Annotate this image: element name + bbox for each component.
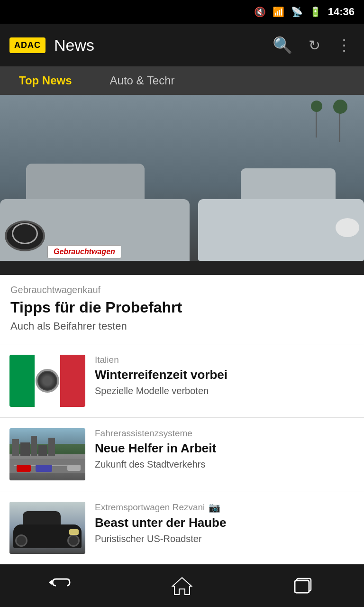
news-content-3: Extremsportwagen Rezvani 📷 Beast unter d… [95,502,355,544]
news-subtitle-2: Zukunft des Stadtverkehrs [95,459,355,470]
more-options-icon[interactable]: ⋮ [333,32,355,58]
camera-icon: 📷 [209,502,220,513]
bottom-nav [0,564,364,607]
status-bar: 🔇 📶 📡 🔋 14:36 [0,0,364,24]
back-button[interactable] [32,571,89,600]
news-category-3: Extremsportwagen Rezvani 📷 [95,502,355,513]
hero-text: Gebrauchtwagenkauf Tipps für die Probefa… [0,275,364,344]
svg-marker-2 [49,580,53,582]
news-category-1: Italien [95,355,355,365]
svg-marker-3 [49,582,53,585]
signal-icon: 📡 [291,6,303,18]
news-category-2: Fahrerassistenzsysteme [95,428,355,439]
tab-auto-tech[interactable]: Auto & Techr [91,66,194,95]
news-content-1: Italien Winterreifenzeit vorbei Speziell… [95,355,355,396]
home-button[interactable] [154,571,210,600]
mute-icon: 🔇 [254,6,266,18]
svg-marker-4 [173,578,191,595]
refresh-icon[interactable]: ↻ [305,33,324,57]
news-content-2: Fahrerassistenzsysteme Neue Helfer in Ar… [95,428,355,469]
wifi-icon: 📶 [273,6,284,18]
news-item-2[interactable]: Fahrerassistenzsysteme Neue Helfer in Ar… [0,418,364,491]
news-thumb-3 [9,502,85,554]
news-title-3: Beast unter der Haube [95,515,355,530]
tab-bar: Top News Auto & Techr [0,66,364,95]
hero-category: Gebrauchtwagenkauf [10,285,354,295]
news-subtitle-3: Puristischer US-Roadster [95,533,355,544]
hero-image: Gebrauchtwagen [0,95,364,275]
hero-article[interactable]: Gebrauchtwagen Gebrauchtwagenkauf Tipps … [0,95,364,344]
content-area: Gebrauchtwagen Gebrauchtwagenkauf Tipps … [0,95,364,607]
hero-subtitle: Auch als Beifahrer testen [10,320,354,332]
recent-apps-button[interactable] [275,571,332,600]
svg-rect-6 [295,580,309,593]
battery-icon: 🔋 [309,6,321,18]
news-item-1[interactable]: Italien Winterreifenzeit vorbei Speziell… [0,344,364,418]
news-thumb-1 [9,355,85,407]
tab-top-news[interactable]: Top News [0,66,91,95]
adac-logo: ADAC [9,37,46,53]
news-item-3[interactable]: Extremsportwagen Rezvani 📷 Beast unter d… [0,491,364,565]
news-title-1: Winterreifenzeit vorbei [95,368,355,382]
app-bar: ADAC News 🔍 ↻ ⋮ [0,24,364,66]
status-time: 14:36 [328,6,355,18]
app-title: News [54,36,260,55]
hero-title: Tipps für die Probefahrt [10,298,354,316]
license-plate: Gebrauchtwagen [47,245,121,258]
search-icon[interactable]: 🔍 [269,32,296,58]
news-subtitle-1: Spezielle Modelle verboten [95,386,355,396]
news-title-2: Neue Helfer in Arbeit [95,441,355,456]
news-thumb-2 [9,428,85,480]
